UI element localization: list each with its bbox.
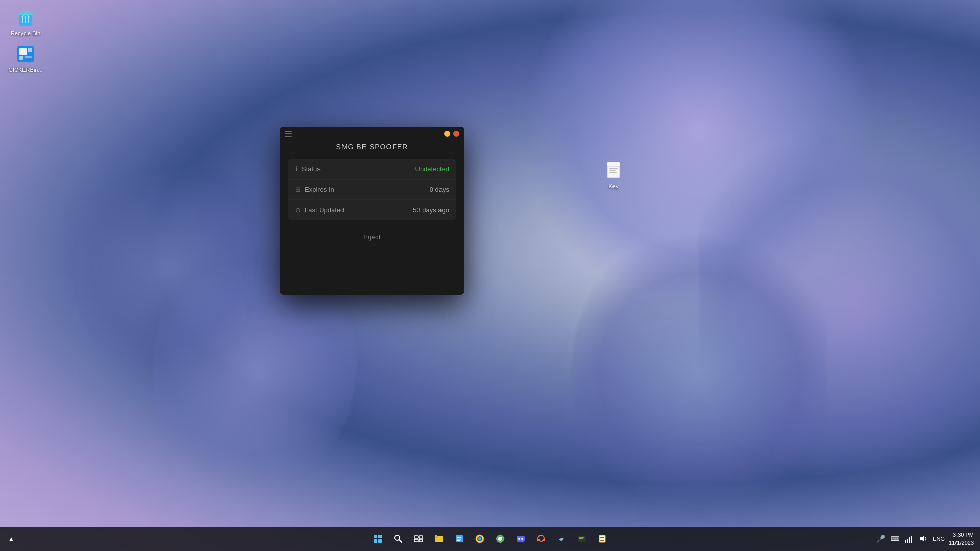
svg-rect-6	[19, 56, 23, 60]
inject-button[interactable]: Inject	[288, 228, 456, 246]
taskbar: ▲	[0, 527, 980, 551]
svg-rect-12	[609, 172, 617, 173]
taskbar-xbox[interactable]	[573, 530, 591, 548]
svg-point-36	[518, 538, 520, 540]
svg-rect-44	[581, 537, 583, 539]
key-file-icon	[603, 160, 624, 181]
taskbar-explorer[interactable]	[430, 530, 448, 548]
window-titlebar	[280, 127, 464, 141]
taskbar-steam[interactable]	[552, 530, 571, 548]
svg-rect-13	[374, 535, 377, 538]
svg-rect-43	[579, 537, 581, 539]
menu-line-3	[285, 136, 292, 137]
svg-rect-49	[600, 540, 604, 541]
window-controls	[444, 131, 459, 137]
updated-value: 53 days ago	[413, 206, 449, 214]
svg-rect-14	[378, 535, 382, 538]
svg-rect-2	[22, 11, 29, 13]
taskbar-center	[369, 530, 611, 548]
svg-rect-22	[419, 539, 423, 542]
updated-icon: ⊙	[295, 206, 301, 214]
status-row: ℹ Status Undetected	[288, 159, 456, 180]
clock-time: 3:30 PM	[949, 531, 974, 539]
info-card: ℹ Status Undetected ⊟ Expires In 0 days …	[288, 159, 456, 220]
language-label[interactable]: ENG	[933, 536, 945, 542]
desktop-icon-key-file[interactable]: Key	[593, 158, 634, 192]
svg-rect-29	[457, 540, 460, 541]
svg-rect-11	[609, 170, 616, 171]
desktop-icon-recycle-bin[interactable]: Recycle Bin	[5, 5, 46, 39]
menu-button[interactable]	[285, 131, 292, 137]
svg-rect-40	[543, 539, 545, 541]
recycle-bin-icon	[15, 7, 36, 28]
svg-point-37	[521, 538, 523, 540]
search-button[interactable]	[389, 530, 407, 548]
clock-date: 11/1/2023	[949, 539, 974, 547]
taskbar-discord[interactable]	[511, 530, 530, 548]
close-button[interactable]	[453, 131, 459, 137]
updated-row: ⊙ Last Updated 53 days ago	[288, 200, 456, 220]
taskbar-chromium[interactable]	[491, 530, 509, 548]
desktop-icon-app[interactable]: GICKERBin...	[5, 42, 46, 76]
taskbar-files[interactable]	[450, 530, 469, 548]
svg-rect-10	[609, 168, 618, 169]
status-label: Status	[302, 165, 321, 173]
svg-rect-53	[911, 536, 912, 543]
svg-rect-28	[457, 539, 461, 540]
status-value: Undetected	[415, 165, 450, 173]
expires-icon: ⊟	[295, 186, 301, 193]
window-content: SMG BE SPOOFER ℹ Status Undetected ⊟ Exp…	[280, 143, 464, 254]
app-icon	[15, 44, 36, 64]
svg-rect-15	[374, 539, 377, 543]
microphone-icon[interactable]: 🎤	[875, 534, 886, 544]
desktop: Recycle Bin GICKERBin...	[0, 0, 980, 527]
volume-icon[interactable]	[918, 534, 928, 544]
window-title: SMG BE SPOOFER	[288, 143, 456, 151]
keyboard-icon[interactable]: ⌨	[890, 534, 900, 544]
app-window: SMG BE SPOOFER ℹ Status Undetected ⊟ Exp…	[280, 127, 464, 295]
svg-rect-4	[19, 48, 27, 55]
expires-label: Expires In	[305, 186, 334, 193]
svg-rect-5	[28, 48, 32, 52]
key-file-label: Key	[609, 183, 619, 190]
app-shortcut-label: GICKERBin...	[8, 66, 42, 73]
svg-rect-35	[517, 536, 525, 542]
svg-rect-27	[457, 537, 461, 538]
svg-rect-51	[907, 539, 908, 543]
svg-rect-52	[909, 537, 910, 543]
status-icon: ℹ	[295, 165, 298, 173]
updated-left: ⊙ Last Updated	[295, 206, 344, 214]
svg-rect-20	[419, 536, 423, 538]
expires-row: ⊟ Expires In 0 days	[288, 180, 456, 200]
taskbar-headset[interactable]	[532, 530, 550, 548]
taskbar-notes[interactable]	[593, 530, 611, 548]
svg-rect-19	[414, 536, 418, 538]
menu-line-1	[285, 131, 292, 132]
svg-point-34	[498, 537, 502, 541]
svg-line-18	[399, 540, 402, 542]
taskbar-clock[interactable]: 3:30 PM 11/1/2023	[949, 531, 974, 547]
status-left: ℹ Status	[295, 165, 321, 173]
svg-rect-39	[537, 539, 540, 541]
svg-rect-7	[24, 56, 32, 58]
taskbar-browser[interactable]	[471, 530, 489, 548]
svg-rect-25	[435, 535, 437, 537]
svg-marker-54	[920, 536, 924, 542]
svg-rect-45	[583, 537, 584, 538]
network-icon[interactable]	[904, 534, 914, 544]
updated-label: Last Updated	[305, 206, 344, 214]
start-button[interactable]	[369, 530, 387, 548]
svg-point-32	[478, 537, 481, 540]
expires-left: ⊟ Expires In	[295, 186, 334, 193]
svg-rect-16	[378, 539, 382, 543]
menu-line-2	[285, 133, 292, 134]
svg-rect-9	[607, 162, 620, 166]
svg-rect-48	[600, 539, 603, 539]
tray-chevron-up[interactable]: ▲	[6, 534, 16, 544]
expires-value: 0 days	[430, 186, 449, 193]
recycle-bin-label: Recycle Bin	[11, 30, 40, 37]
svg-rect-47	[600, 537, 604, 538]
taskview-button[interactable]	[409, 530, 428, 548]
svg-rect-50	[905, 540, 906, 543]
minimize-button[interactable]	[444, 131, 450, 137]
